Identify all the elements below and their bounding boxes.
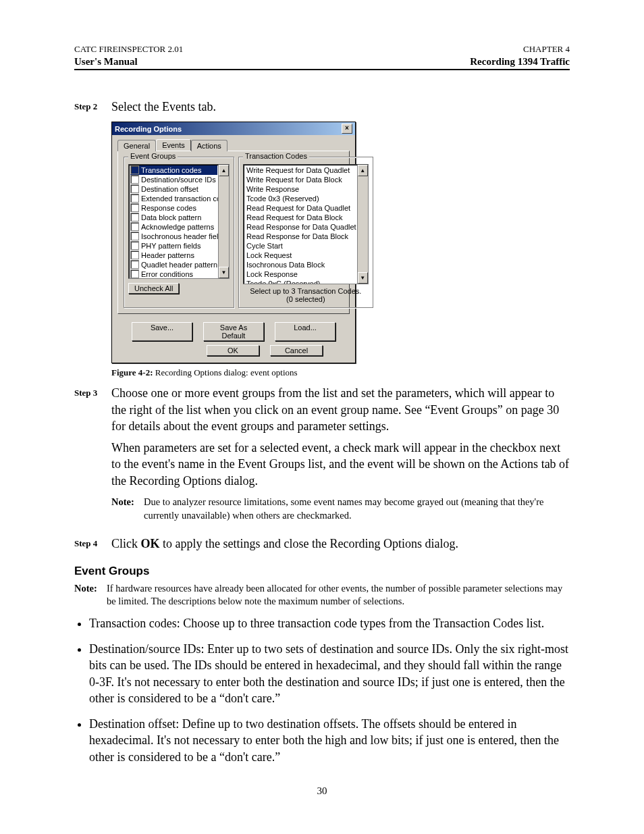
scroll-down-icon[interactable]: ▼ [219, 267, 229, 278]
event-groups-bullet-list: Transaction codes: Choose up to three tr… [74, 615, 570, 765]
load-button[interactable]: Load... [275, 322, 336, 341]
step-3-note-body: Due to analyzer resource limitations, so… [144, 496, 570, 522]
event-groups-listbox[interactable]: Transaction codes Destination/source IDs… [128, 164, 230, 279]
selection-hint-line1: Select up to 3 Transaction Codes. [243, 287, 369, 295]
save-as-default-button[interactable]: Save As Default [203, 322, 264, 341]
running-subheader: User's Manual Recording 1394 Traffic [74, 56, 570, 70]
list-item[interactable]: Read Response for Data Block [245, 232, 356, 241]
step-3-paragraph-2: When parameters are set for a selected e… [111, 440, 570, 489]
scrollbar[interactable]: ▲ ▼ [218, 165, 229, 278]
step-4-text: Click OK to apply the settings and close… [111, 536, 458, 552]
list-item[interactable]: Read Request for Data Block [245, 213, 356, 222]
header-sub-right: Recording 1394 Traffic [470, 56, 570, 68]
ok-button[interactable]: OK [207, 345, 259, 356]
list-item[interactable]: Tcode 0xC (Reserved) [245, 279, 356, 284]
list-item[interactable]: Extended transaction cod [130, 194, 217, 203]
cancel-button[interactable]: Cancel [270, 345, 323, 356]
list-item[interactable]: Response codes [130, 203, 217, 213]
scroll-up-icon[interactable]: ▲ [358, 165, 368, 176]
event-groups-groupbox-title: Event Groups [128, 152, 178, 160]
figure-4-2: Recording Options × General Events Actio… [111, 122, 570, 363]
recording-options-dialog: Recording Options × General Events Actio… [111, 122, 356, 363]
list-item[interactable]: Write Response [245, 184, 356, 194]
list-item[interactable]: Isochronous header fields [130, 232, 217, 241]
tab-general[interactable]: General [117, 140, 156, 151]
step-3-paragraph-1: Choose one or more event groups from the… [111, 385, 570, 434]
list-item[interactable]: Destination offset [130, 184, 217, 194]
scrollbar[interactable]: ▲ ▼ [357, 165, 368, 284]
bullet-destination-source-ids: Destination/source IDs: Enter up to two … [89, 641, 570, 706]
uncheck-all-button[interactable]: Uncheck All [128, 283, 179, 294]
header-top-right: CHAPTER 4 [523, 44, 570, 55]
step-2-label: Step 2 [74, 99, 111, 115]
dialog-title: Recording Options [115, 125, 182, 133]
list-item[interactable]: Acknowledge patterns [130, 222, 217, 232]
list-item[interactable]: Cycle Start [245, 241, 356, 251]
list-item[interactable]: Tcode 0x3 (Reserved) [245, 194, 356, 203]
note-label: Note: [111, 496, 144, 522]
transaction-codes-listbox[interactable]: Write Request for Data Quadlet Write Req… [243, 164, 369, 284]
list-item[interactable]: Error conditions [130, 269, 217, 279]
list-item[interactable]: Write Request for Data Block [245, 175, 356, 184]
list-item[interactable]: Data block pattern [130, 213, 217, 222]
list-item[interactable]: Header patterns [130, 251, 217, 260]
section-heading-event-groups: Event Groups [74, 565, 570, 578]
bullet-transaction-codes: Transaction codes: Choose up to three tr… [89, 615, 570, 631]
scroll-down-icon[interactable]: ▼ [358, 272, 368, 284]
step-2-text: Select the Events tab. [111, 99, 216, 115]
header-top-left: CATC FIREINSPECTOR 2.01 [74, 44, 183, 55]
list-item[interactable]: Quadlet header pattern [130, 260, 217, 269]
tab-events[interactable]: Events [156, 139, 191, 151]
list-item[interactable]: PHY pattern fields [130, 241, 217, 251]
list-item[interactable]: Isochronous Data Block [245, 260, 356, 269]
header-sub-left: User's Manual [74, 56, 138, 68]
note-label: Note: [74, 582, 107, 608]
step-3-label: Step 3 [74, 385, 111, 529]
list-item[interactable]: Read Request for Data Quadlet [245, 203, 356, 213]
page-number: 30 [74, 785, 570, 797]
running-header: CATC FIREINSPECTOR 2.01 CHAPTER 4 [74, 44, 570, 55]
selection-hint-line2: (0 selected) [243, 295, 369, 303]
section-note-body: If hardware resources have already been … [107, 582, 570, 608]
step-4-label: Step 4 [74, 536, 111, 552]
list-item[interactable]: Read Response for Data Quadlet [245, 222, 356, 232]
figure-caption: Figure 4-2: Recording Options dialog: ev… [111, 367, 570, 378]
scroll-up-icon[interactable]: ▲ [219, 165, 229, 176]
tab-actions[interactable]: Actions [191, 140, 227, 151]
list-item[interactable]: Destination/source IDs [130, 175, 217, 184]
save-button[interactable]: Save... [132, 322, 192, 341]
transaction-codes-groupbox-title: Transaction Codes [243, 152, 309, 160]
list-item[interactable]: Write Request for Data Quadlet [245, 165, 356, 175]
close-icon[interactable]: × [342, 124, 352, 134]
bullet-destination-offset: Destination offset: Define up to two des… [89, 716, 570, 765]
list-item[interactable]: Lock Response [245, 269, 356, 279]
list-item[interactable]: Transaction codes [130, 165, 217, 175]
list-item[interactable]: Lock Request [245, 251, 356, 260]
